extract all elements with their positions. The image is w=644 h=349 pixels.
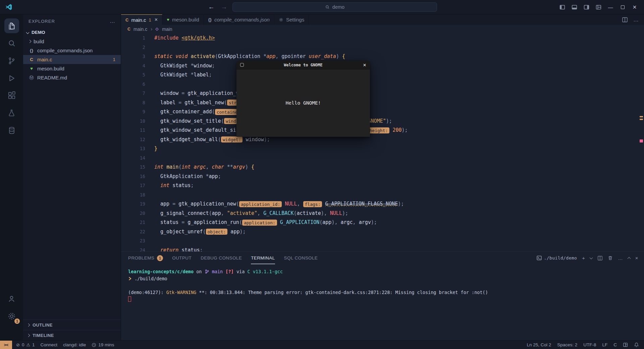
- code-line[interactable]: 14: [121, 154, 644, 163]
- close-window-button[interactable]: ×: [629, 2, 641, 12]
- indentation[interactable]: Spaces: 2: [557, 342, 577, 347]
- toggle-panel-icon[interactable]: [568, 2, 580, 12]
- line-number[interactable]: 21: [121, 218, 145, 227]
- code-line[interactable]: 8 label = gtk_label_new(str: "Hello GNOM…: [121, 98, 644, 108]
- code-line[interactable]: 18: [121, 190, 644, 200]
- split-terminal-icon[interactable]: [597, 255, 603, 261]
- line-number[interactable]: 20: [121, 209, 145, 218]
- command-center-search[interactable]: demo: [232, 2, 437, 12]
- line-number[interactable]: 19: [121, 199, 145, 209]
- chevron-down-icon[interactable]: [590, 256, 593, 259]
- breadcrumb-symbol[interactable]: main: [162, 26, 172, 32]
- code-line[interactable]: 15int main(int argc, char **argv) {: [121, 163, 644, 172]
- minimize-button[interactable]: —: [604, 2, 616, 12]
- problems-status[interactable]: ⊘ 0 ⚠ 1: [16, 342, 35, 347]
- panel-tab-output[interactable]: OUTPUT: [172, 252, 192, 264]
- line-number[interactable]: 17: [121, 181, 145, 190]
- outline-section[interactable]: OUTLINE: [23, 319, 121, 330]
- account-button[interactable]: [0, 290, 23, 307]
- line-number[interactable]: 11: [121, 126, 145, 135]
- tab-compile-commands[interactable]: {} compile_commands.json: [204, 14, 274, 25]
- panel-tab-sql-console[interactable]: SQL CONSOLE: [284, 252, 318, 264]
- panel-tab-problems[interactable]: PROBLEMS 1: [128, 252, 163, 264]
- code-line[interactable]: 6: [121, 80, 644, 89]
- line-number[interactable]: 8: [121, 98, 145, 108]
- line-number[interactable]: 5: [121, 70, 145, 80]
- line-number[interactable]: 3: [121, 52, 145, 61]
- line-number[interactable]: 10: [121, 117, 145, 126]
- line-number[interactable]: 7: [121, 89, 145, 98]
- explorer-root-folder[interactable]: DEMO: [23, 28, 121, 37]
- line-number[interactable]: 14: [121, 154, 145, 163]
- explorer-item-meson-build[interactable]: ♥ meson.build: [23, 64, 121, 73]
- close-icon[interactable]: ×: [155, 17, 158, 23]
- activity-run-debug[interactable]: [0, 69, 23, 87]
- panel-tab-terminal[interactable]: TERMINAL: [251, 252, 275, 264]
- cursor-position[interactable]: Ln 25, Col 2: [527, 342, 551, 347]
- editor-layout-icon[interactable]: [623, 342, 628, 347]
- code-line[interactable]: 3static void activate(GtkApplication *ap…: [121, 52, 644, 61]
- customize-layout-icon[interactable]: [592, 2, 604, 12]
- code-line[interactable]: 16 GtkApplication *app;: [121, 172, 644, 181]
- explorer-item-main-c[interactable]: C main.c 1: [23, 55, 121, 64]
- code-line[interactable]: 12 gtk_widget_show_all(widget: window);: [121, 135, 644, 144]
- tab-main-c[interactable]: C main.c 1 ×: [121, 14, 162, 25]
- more-actions-icon[interactable]: …: [110, 18, 115, 24]
- terminal-instance-selector[interactable]: ./build/demo: [537, 255, 577, 260]
- new-terminal-icon[interactable]: +: [582, 255, 585, 261]
- code-line[interactable]: 1#include <gtk/gtk.h>: [121, 34, 644, 43]
- code-line[interactable]: 5 GtkWidget *label;: [121, 70, 644, 80]
- clangd-status[interactable]: clangd: idle: [63, 342, 86, 347]
- toggle-secondary-sidebar-icon[interactable]: [580, 2, 592, 12]
- code-editor[interactable]: 1#include <gtk/gtk.h>23static void activ…: [121, 34, 644, 251]
- encoding[interactable]: UTF-8: [583, 342, 596, 347]
- activity-explorer[interactable]: [0, 17, 23, 35]
- line-number[interactable]: 12: [121, 135, 145, 144]
- activity-source-control[interactable]: [0, 52, 23, 69]
- breadcrumb-file[interactable]: main.c: [133, 26, 147, 32]
- explorer-item-readme[interactable]: Ⓜ README.md: [23, 73, 121, 82]
- code-line[interactable]: 9 gtk_container_add(container: GTK_CONTA…: [121, 107, 644, 117]
- remote-indicator[interactable]: ><: [0, 341, 12, 349]
- line-number[interactable]: 1: [121, 34, 145, 43]
- close-panel-icon[interactable]: ×: [635, 255, 638, 261]
- line-number[interactable]: 13: [121, 144, 145, 154]
- toggle-sidebar-icon[interactable]: [556, 2, 568, 12]
- back-icon[interactable]: ←: [207, 3, 216, 11]
- activity-extensions[interactable]: [0, 87, 23, 104]
- sqltools-connect[interactable]: Connect: [41, 342, 57, 347]
- line-number[interactable]: 9: [121, 107, 145, 117]
- line-number[interactable]: 2: [121, 43, 145, 52]
- explorer-item-build[interactable]: build: [23, 37, 121, 46]
- code-line[interactable]: 21 status = g_application_run(applicatio…: [121, 218, 644, 227]
- panel-tab-debug-console[interactable]: DEBUG CONSOLE: [201, 252, 242, 264]
- line-number[interactable]: 4: [121, 61, 145, 71]
- gnome-app-window[interactable]: Welcome to GNOME × Hello GNOME!: [236, 61, 370, 137]
- line-number[interactable]: 16: [121, 172, 145, 181]
- code-line[interactable]: 23: [121, 236, 644, 246]
- code-line[interactable]: 20 g_signal_connect(app, "activate", G_C…: [121, 209, 644, 218]
- line-number[interactable]: 18: [121, 190, 145, 200]
- line-number[interactable]: 23: [121, 236, 145, 246]
- code-line[interactable]: 2: [121, 43, 644, 52]
- kill-terminal-icon[interactable]: [608, 255, 613, 260]
- language-mode[interactable]: C: [613, 342, 617, 347]
- terminal-output[interactable]: learning-concepts/c/demo on main [?] via…: [121, 264, 644, 340]
- explorer-item-compile-commands[interactable]: {} compile_commands.json: [23, 46, 121, 55]
- more-actions-icon[interactable]: …: [633, 17, 639, 23]
- line-number[interactable]: 15: [121, 163, 145, 172]
- code-line[interactable]: 13}: [121, 144, 644, 154]
- code-line[interactable]: 4 GtkWidget *window;: [121, 61, 644, 71]
- code-line[interactable]: 22 g_object_unref(object: app);: [121, 227, 644, 237]
- eol-sequence[interactable]: LF: [602, 342, 607, 347]
- code-line[interactable]: 10 gtk_window_set_title(window: GTK_WIND…: [121, 117, 644, 126]
- code-line[interactable]: 17 int status;: [121, 181, 644, 190]
- code-line[interactable]: 19 app = gtk_application_new(application…: [121, 199, 644, 209]
- line-number[interactable]: 22: [121, 227, 145, 237]
- timeline-section[interactable]: TIMELINE: [23, 330, 121, 340]
- settings-button[interactable]: 1: [0, 307, 23, 325]
- more-actions-icon[interactable]: …: [618, 255, 623, 261]
- maximize-panel-icon[interactable]: [627, 257, 631, 260]
- maximize-button[interactable]: [616, 2, 629, 12]
- time-tracker[interactable]: 19 mins: [92, 342, 114, 347]
